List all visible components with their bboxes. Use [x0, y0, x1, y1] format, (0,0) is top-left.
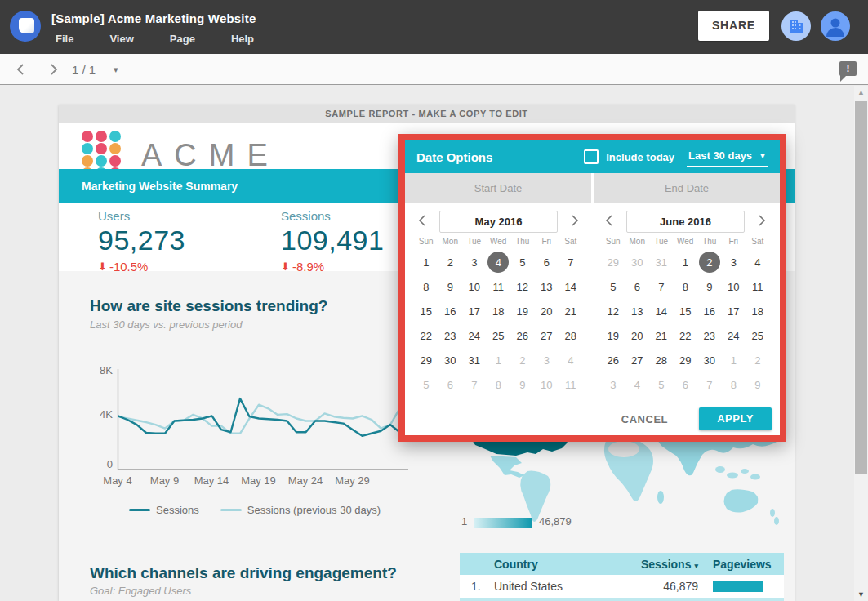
calendar-day[interactable]: 4: [487, 250, 511, 274]
scroll-up-icon[interactable]: ▲: [854, 88, 868, 96]
calendar-day[interactable]: 3: [535, 348, 559, 372]
calendar-month-input[interactable]: May 2016: [439, 211, 558, 233]
calendar-day[interactable]: 27: [535, 323, 559, 348]
calendar-day[interactable]: 13: [535, 274, 559, 299]
calendar-day[interactable]: 30: [438, 348, 463, 372]
calendar-day[interactable]: 23: [697, 323, 722, 348]
calendar-day[interactable]: 13: [625, 299, 650, 323]
calendar-day[interactable]: 6: [674, 372, 698, 397]
page-indicator[interactable]: 1 / 1: [72, 63, 96, 77]
calendar-day[interactable]: 21: [559, 299, 583, 323]
calendar-day[interactable]: 17: [462, 299, 487, 323]
calendar-day[interactable]: 4: [746, 250, 770, 274]
cancel-button[interactable]: CANCEL: [621, 413, 668, 425]
calendar-day[interactable]: 9: [438, 274, 463, 299]
calendar-day[interactable]: 22: [674, 323, 698, 348]
date-range-dropdown[interactable]: Last 30 days ▼: [687, 148, 768, 167]
country-table[interactable]: Country Sessions▾ Pageviews 1. United St…: [460, 553, 784, 601]
calendar-next-icon[interactable]: [753, 212, 769, 229]
calendar-day[interactable]: 15: [674, 299, 698, 323]
calendar-next-icon[interactable]: [566, 212, 582, 229]
calendar-day[interactable]: 4: [559, 348, 583, 372]
calendar-day[interactable]: 31: [462, 348, 487, 372]
calendar-day[interactable]: 7: [462, 372, 487, 397]
calendar-day[interactable]: 20: [625, 323, 650, 348]
calendar-day[interactable]: 18: [746, 299, 770, 323]
menu-page[interactable]: Page: [170, 33, 195, 45]
calendar-day[interactable]: 1: [674, 250, 698, 274]
calendar-day[interactable]: 5: [601, 274, 625, 299]
calendar-day[interactable]: 28: [649, 348, 674, 372]
share-button[interactable]: SHARE: [698, 11, 769, 41]
calendar-day[interactable]: 2: [746, 348, 770, 372]
calendar-day[interactable]: 9: [510, 372, 535, 397]
avatar[interactable]: [821, 11, 850, 41]
calendar-day[interactable]: 8: [722, 372, 746, 397]
page-dropdown-caret-icon[interactable]: ▾: [114, 65, 118, 75]
calendar-day[interactable]: 10: [535, 372, 559, 397]
calendar-day[interactable]: 9: [697, 274, 722, 299]
calendar-day[interactable]: 6: [438, 372, 463, 397]
calendar-day[interactable]: 31: [649, 250, 674, 274]
calendar-day[interactable]: 10: [462, 274, 487, 299]
calendar-day[interactable]: 1: [487, 348, 511, 372]
calendar-day[interactable]: 1: [722, 348, 746, 372]
calendar-day[interactable]: 6: [535, 250, 559, 274]
calendar-day[interactable]: 12: [601, 299, 625, 323]
calendar-day[interactable]: 29: [414, 348, 438, 372]
calendar-day[interactable]: 29: [601, 250, 625, 274]
previous-page-icon[interactable]: [13, 61, 29, 78]
calendar-day[interactable]: 8: [674, 274, 698, 299]
next-page-icon[interactable]: [45, 61, 61, 78]
scorecard-users[interactable]: Users 95,273 ⬇ -10.5%: [98, 209, 185, 274]
calendar-day[interactable]: 29: [674, 348, 698, 372]
calendar-day[interactable]: 2: [697, 250, 722, 274]
calendar-day[interactable]: 12: [510, 274, 535, 299]
menu-help[interactable]: Help: [231, 33, 254, 45]
feedback-icon[interactable]: !: [839, 61, 857, 76]
calendar-day[interactable]: 26: [601, 348, 625, 372]
scroll-down-icon[interactable]: ▼: [854, 590, 868, 599]
calendar-day[interactable]: 30: [625, 250, 650, 274]
scorecard-sessions[interactable]: Sessions 109,491 ⬇ -8.9%: [281, 209, 384, 274]
calendar-day[interactable]: 7: [559, 250, 583, 274]
column-country[interactable]: Country: [494, 558, 608, 571]
calendar-day[interactable]: 26: [510, 323, 535, 348]
column-sessions[interactable]: Sessions▾: [608, 558, 698, 571]
scrollbar-thumb[interactable]: [855, 101, 867, 474]
calendar-day[interactable]: 14: [559, 274, 583, 299]
calendar-day[interactable]: 11: [746, 274, 770, 299]
tab-end-date[interactable]: End Date: [594, 173, 780, 203]
scrollbar[interactable]: ▲ ▼: [854, 86, 868, 601]
calendar-day[interactable]: 8: [414, 274, 438, 299]
organization-icon[interactable]: [781, 11, 811, 41]
calendar-day[interactable]: 11: [559, 372, 583, 397]
calendar-day[interactable]: 22: [414, 323, 438, 348]
calendar-day[interactable]: 11: [487, 274, 511, 299]
calendar-day[interactable]: 28: [559, 323, 583, 348]
menu-file[interactable]: File: [56, 33, 73, 45]
calendar-day[interactable]: 9: [746, 372, 770, 397]
calendar-day[interactable]: 3: [601, 372, 625, 397]
calendar-day[interactable]: 15: [414, 299, 438, 323]
menu-view[interactable]: View: [109, 33, 133, 45]
calendar-day[interactable]: 18: [487, 299, 511, 323]
calendar-day[interactable]: 3: [722, 250, 746, 274]
calendar-day[interactable]: 25: [746, 323, 770, 348]
calendar-day[interactable]: 4: [625, 372, 650, 397]
calendar-day[interactable]: 16: [438, 299, 463, 323]
include-today-checkbox[interactable]: [584, 149, 599, 164]
calendar-day[interactable]: 20: [535, 299, 559, 323]
calendar-day[interactable]: 2: [510, 348, 535, 372]
calendar-day[interactable]: 5: [414, 372, 438, 397]
column-pageviews[interactable]: Pageviews: [698, 558, 784, 571]
calendar-day[interactable]: 27: [625, 348, 650, 372]
calendar-day[interactable]: 17: [722, 299, 746, 323]
calendar-day[interactable]: 16: [697, 299, 722, 323]
calendar-day[interactable]: 14: [649, 299, 674, 323]
calendar-day[interactable]: 21: [649, 323, 674, 348]
calendar-month-input[interactable]: June 2016: [626, 211, 745, 233]
calendar-day[interactable]: 25: [487, 323, 511, 348]
calendar-day[interactable]: 1: [414, 250, 438, 274]
calendar-day[interactable]: 10: [722, 274, 746, 299]
